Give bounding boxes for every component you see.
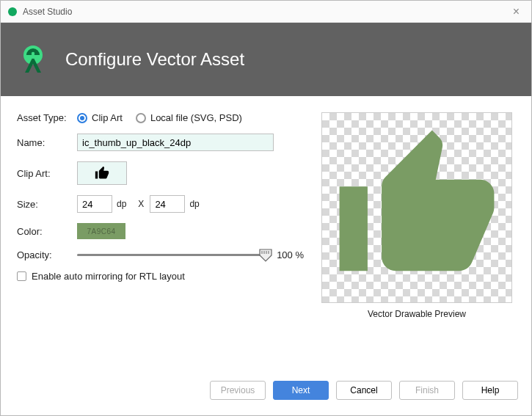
window-title: Asset Studio bbox=[23, 7, 509, 17]
radio-clip-art-label: Clip Art bbox=[92, 112, 123, 123]
radio-clip-art[interactable]: Clip Art bbox=[77, 112, 123, 123]
size-label: Size: bbox=[17, 199, 77, 210]
rtl-mirror-label: Enable auto mirroring for RTL layout bbox=[32, 271, 185, 282]
page-title: Configure Vector Asset bbox=[65, 49, 244, 70]
svg-point-2 bbox=[31, 54, 35, 59]
clipart-picker-button[interactable] bbox=[77, 161, 127, 185]
size-width-input[interactable] bbox=[77, 195, 112, 213]
header: Configure Vector Asset bbox=[1, 23, 531, 96]
asset-type-label: Asset Type: bbox=[17, 112, 77, 123]
size-x-label: X bbox=[138, 199, 144, 209]
rtl-mirror-checkbox[interactable]: Enable auto mirroring for RTL layout bbox=[17, 271, 185, 282]
opacity-label: Opacity: bbox=[17, 249, 77, 260]
opacity-value: 100 % bbox=[273, 249, 304, 260]
asset-type-radio-group: Clip Art Local file (SVG, PSD) bbox=[77, 112, 242, 123]
checkbox-icon bbox=[17, 271, 26, 281]
close-icon[interactable]: × bbox=[509, 5, 524, 18]
help-button[interactable]: Help bbox=[462, 381, 518, 400]
size-unit-w: dp bbox=[117, 199, 126, 209]
name-input[interactable] bbox=[77, 134, 274, 151]
android-studio-logo bbox=[17, 43, 49, 76]
slider-thumb-icon bbox=[258, 248, 273, 263]
asset-studio-window: Asset Studio × Configure Vector Asset As… bbox=[0, 0, 532, 416]
button-bar: Previous Next Cancel Finish Help bbox=[1, 377, 531, 415]
name-label: Name: bbox=[17, 137, 77, 148]
app-icon bbox=[8, 7, 17, 16]
color-label: Color: bbox=[17, 226, 77, 237]
preview-label: Vector Drawable Preview bbox=[368, 309, 466, 319]
radio-local-file-label: Local file (SVG, PSD) bbox=[150, 112, 242, 123]
radio-icon bbox=[136, 113, 146, 123]
form-panel: Asset Type: Clip Art Local file (SVG, PS… bbox=[17, 112, 304, 370]
previous-button[interactable]: Previous bbox=[210, 381, 266, 400]
clipart-label: Clip Art: bbox=[17, 168, 77, 179]
thumb-up-icon bbox=[94, 166, 110, 180]
titlebar: Asset Studio × bbox=[1, 1, 531, 23]
preview-panel: Vector Drawable Preview bbox=[318, 112, 515, 370]
size-unit-h: dp bbox=[189, 199, 199, 209]
preview-canvas bbox=[321, 112, 512, 303]
opacity-slider[interactable] bbox=[77, 250, 266, 260]
dialog-body: Asset Type: Clip Art Local file (SVG, PS… bbox=[1, 96, 531, 377]
size-height-input[interactable] bbox=[150, 195, 185, 213]
radio-icon bbox=[77, 113, 87, 123]
preview-thumb-up-icon bbox=[332, 123, 501, 292]
radio-local-file[interactable]: Local file (SVG, PSD) bbox=[136, 112, 242, 123]
color-picker-button[interactable]: 7A9C64 bbox=[77, 223, 125, 239]
cancel-button[interactable]: Cancel bbox=[336, 381, 392, 400]
next-button[interactable]: Next bbox=[273, 381, 329, 400]
finish-button[interactable]: Finish bbox=[399, 381, 455, 400]
